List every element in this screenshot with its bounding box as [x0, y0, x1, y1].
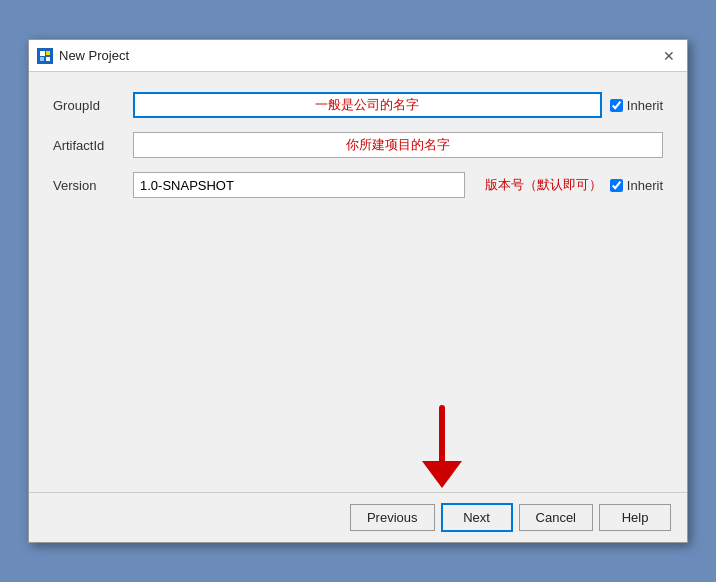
version-row: Version 版本号（默认即可） Inherit — [53, 172, 663, 198]
groupid-inherit-text: Inherit — [627, 98, 663, 113]
version-hint: 版本号（默认即可） — [485, 176, 602, 194]
dialog-content: GroupId 一般是公司的名字 Inherit ArtifactId 你所建项… — [29, 72, 687, 492]
new-project-dialog: New Project ✕ GroupId 一般是公司的名字 Inherit A… — [28, 39, 688, 543]
svg-rect-2 — [46, 51, 50, 55]
close-button[interactable]: ✕ — [659, 46, 679, 66]
title-bar-left: New Project — [37, 48, 129, 64]
groupid-inherit-label: Inherit — [610, 98, 663, 113]
dialog-title: New Project — [59, 48, 129, 63]
artifactid-row: ArtifactId 你所建项目的名字 — [53, 132, 663, 158]
artifactid-input[interactable] — [133, 132, 663, 158]
artifactid-input-container: 你所建项目的名字 — [133, 132, 663, 158]
dialog-footer: Previous Next Cancel Help — [29, 492, 687, 542]
svg-rect-3 — [40, 57, 44, 61]
groupid-input-container: 一般是公司的名字 — [133, 92, 602, 118]
help-button[interactable]: Help — [599, 504, 671, 531]
version-input-container: 版本号（默认即可） — [133, 172, 602, 198]
groupid-label: GroupId — [53, 98, 133, 113]
groupid-input[interactable] — [133, 92, 602, 118]
version-inherit-label: Inherit — [610, 178, 663, 193]
svg-rect-1 — [40, 51, 45, 56]
version-inherit-text: Inherit — [627, 178, 663, 193]
dialog-icon — [37, 48, 53, 64]
version-input[interactable] — [133, 172, 465, 198]
cancel-button[interactable]: Cancel — [519, 504, 593, 531]
svg-rect-4 — [46, 57, 50, 61]
version-inherit-checkbox[interactable] — [610, 179, 623, 192]
title-bar: New Project ✕ — [29, 40, 687, 72]
artifactid-label: ArtifactId — [53, 138, 133, 153]
groupid-inherit-checkbox[interactable] — [610, 99, 623, 112]
next-button[interactable]: Next — [441, 503, 513, 532]
previous-button[interactable]: Previous — [350, 504, 435, 531]
version-label: Version — [53, 178, 133, 193]
groupid-row: GroupId 一般是公司的名字 Inherit — [53, 92, 663, 118]
